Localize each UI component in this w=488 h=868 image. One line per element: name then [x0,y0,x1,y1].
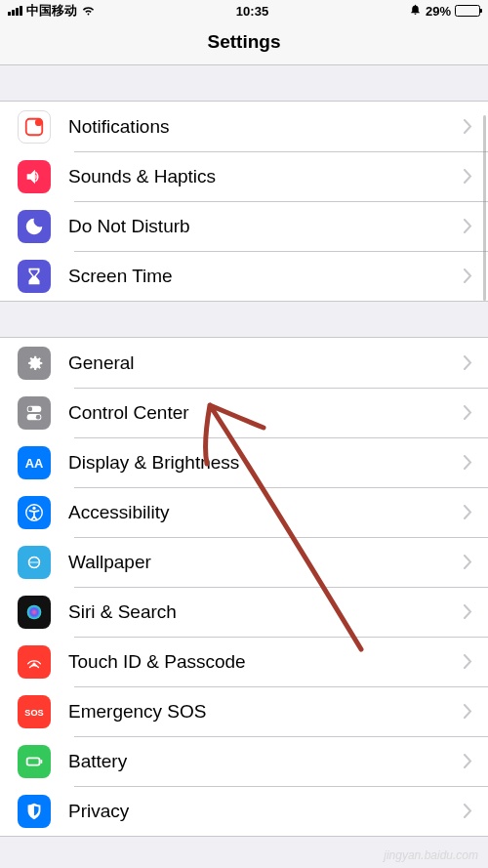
row-label: Touch ID & Passcode [68,651,464,673]
scroll-indicator[interactable] [483,115,486,301]
row-label: Do Not Disturb [68,216,464,237]
row-label: Privacy [68,801,464,822]
row-label: Display & Brightness [68,452,464,474]
chevron-icon [464,455,488,470]
svg-text:SOS: SOS [24,707,43,717]
svg-point-10 [27,604,42,619]
row-label: Screen Time [68,266,464,287]
dnd-icon [18,210,51,243]
row-label: Notifications [68,116,464,138]
status-time: 10:35 [236,4,268,19]
row-battery[interactable]: Battery [0,736,488,786]
nav-header: Settings [0,21,488,65]
row-dnd[interactable]: Do Not Disturb [0,201,488,251]
signal-icon [8,6,22,16]
row-label: Siri & Search [68,601,464,623]
row-general[interactable]: General [0,338,488,388]
siri-icon [18,596,51,629]
svg-rect-12 [27,758,40,765]
row-siri[interactable]: Siri & Search [0,587,488,637]
sos-icon: SOS [18,695,51,728]
row-label: Sounds & Haptics [68,166,464,187]
row-accessibility[interactable]: Accessibility [0,487,488,537]
page-title: Settings [0,31,488,53]
carrier-label: 中国移动 [26,2,77,20]
battery-icon [455,5,480,17]
status-left: 中国移动 [8,2,96,20]
wallpaper-icon [18,546,51,579]
alarm-icon [409,3,422,19]
chevron-icon [464,804,488,818]
chevron-icon [464,405,488,420]
control-center-icon [18,396,51,430]
screentime-icon [18,260,51,293]
accessibility-icon [18,496,51,529]
notifications-icon [18,110,51,144]
svg-point-5 [36,414,41,419]
chevron-icon [464,505,488,519]
svg-point-3 [28,406,33,411]
privacy-icon [18,795,51,828]
row-sounds[interactable]: Sounds & Haptics [0,151,488,201]
row-screentime[interactable]: Screen Time [0,251,488,301]
row-label: Wallpaper [68,552,464,573]
wifi-icon [81,2,96,20]
svg-rect-13 [40,760,42,764]
settings-group-1: Notifications Sounds & Haptics Do Not Di… [0,101,488,302]
svg-text:AA: AA [25,455,44,470]
row-control-center[interactable]: Control Center [0,388,488,437]
settings-group-2: General Control Center AA Display & Brig… [0,337,488,837]
row-label: Control Center [68,402,464,424]
row-display[interactable]: AA Display & Brightness [0,437,488,487]
sounds-icon [18,160,51,193]
row-label: General [68,352,464,374]
row-touchid[interactable]: Touch ID & Passcode [0,637,488,686]
chevron-icon [464,355,488,370]
row-wallpaper[interactable]: Wallpaper [0,537,488,587]
svg-point-1 [35,118,42,125]
battery-icon [18,745,51,778]
general-icon [18,347,51,380]
chevron-icon [464,754,488,768]
chevron-icon [464,654,488,669]
row-label: Accessibility [68,502,464,523]
status-bar: 中国移动 10:35 29% [0,0,488,21]
row-sos[interactable]: SOS Emergency SOS [0,686,488,736]
chevron-icon [464,604,488,619]
chevron-icon [464,555,488,569]
row-notifications[interactable]: Notifications [0,102,488,151]
display-icon: AA [18,446,51,479]
status-right: 29% [409,3,480,19]
chevron-icon [464,704,488,719]
row-privacy[interactable]: Privacy [0,786,488,836]
row-label: Emergency SOS [68,701,464,723]
watermark: jingyan.baidu.com [384,848,478,862]
row-label: Battery [68,751,464,772]
svg-point-8 [32,506,35,509]
touchid-icon [18,645,51,679]
battery-pct: 29% [426,4,451,19]
